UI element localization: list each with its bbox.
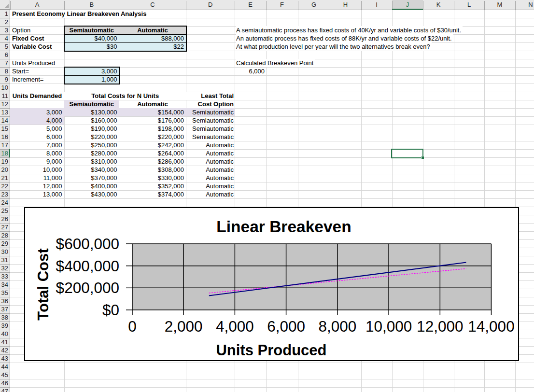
- svg-text:14,000: 14,000: [468, 318, 514, 335]
- svg-text:0: 0: [128, 318, 137, 335]
- svg-text:Total Cost: Total Cost: [35, 248, 52, 320]
- svg-text:12,000: 12,000: [417, 318, 463, 335]
- svg-text:10,000: 10,000: [365, 318, 412, 335]
- svg-text:6,000: 6,000: [267, 318, 305, 335]
- svg-text:$600,000: $600,000: [56, 235, 119, 252]
- svg-text:8,000: 8,000: [318, 318, 356, 335]
- svg-text:$400,000: $400,000: [56, 257, 119, 275]
- svg-text:2,000: 2,000: [165, 318, 203, 335]
- svg-text:Units Produced: Units Produced: [216, 342, 326, 359]
- svg-text:$200,000: $200,000: [56, 279, 119, 296]
- svg-text:Linear Breakeven: Linear Breakeven: [216, 218, 351, 236]
- svg-text:4,000: 4,000: [216, 318, 254, 335]
- svg-text:$0: $0: [102, 301, 119, 319]
